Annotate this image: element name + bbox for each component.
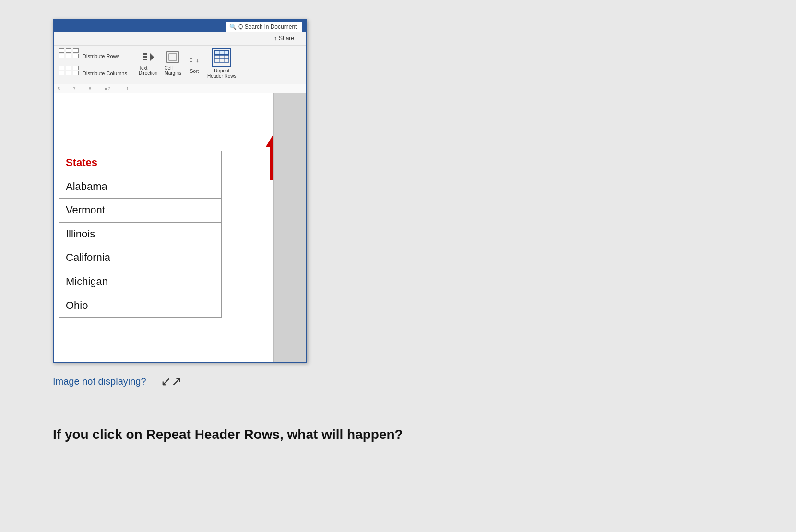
table-header-cell: States [59,151,222,175]
ribbon-middle: TextDirection CellMargins ↕ ↓ [139,48,237,79]
table-cell-ohio: Ohio [59,294,222,318]
svg-rect-0 [143,53,147,55]
question-text: If you click on Repeat Header Rows, what… [53,427,485,442]
share-button[interactable]: ↑ Share [269,34,299,43]
sort-icon: ↕ ↓ [188,54,201,68]
table-row: California [59,246,222,270]
image-not-displaying-text[interactable]: Image not displaying? [53,376,146,387]
word-document-panel: 🔍 Q Search in Document ↑ Share Distribut… [53,19,307,363]
side-gray-area [273,93,306,362]
states-table: States Alabama Vermont Illinois Californ… [59,151,222,318]
repeat-header-rows-tool[interactable]: RepeatHeader Rows [207,48,237,79]
svg-rect-10 [214,59,229,62]
table-row: Ohio [59,294,222,318]
blank-area [59,98,301,146]
sort-label: Sort [190,69,199,74]
question-label: If you click on Repeat Header Rows, what… [53,427,403,442]
svg-rect-8 [214,51,229,55]
sort-tool[interactable]: ↕ ↓ Sort [188,54,201,74]
search-label: Q Search in Document [238,24,297,30]
svg-text:↕: ↕ [189,55,193,64]
table-cell-alabama: Alabama [59,175,222,199]
cell-margins-label: CellMargins [164,65,181,76]
table-cell-michigan: Michigan [59,270,222,294]
table-row: Alabama [59,175,222,199]
ribbon: Distribute Rows Distribute Columns [54,46,306,84]
share-icon: ↑ [274,35,277,42]
svg-rect-2 [143,59,147,60]
distribute-columns-label: Distribute Columns [83,71,127,76]
table-header-row: States [59,151,222,175]
repeat-header-rows-label: RepeatHeader Rows [207,68,237,79]
bottom-content: Image not displaying? ↙↗ [53,374,341,389]
ruler-text: 5 . . . . . 7 . . . . . 8 . . . . . ■ 2 … [54,84,306,93]
table-row: Michigan [59,270,222,294]
search-bar[interactable]: 🔍 Q Search in Document [226,22,302,32]
distribute-columns-item[interactable]: Distribute Columns [59,66,127,81]
ribbon-left: Distribute Rows Distribute Columns [59,48,127,81]
svg-text:↓: ↓ [196,56,199,64]
share-row: ↑ Share [54,32,306,46]
text-direction-tool[interactable]: TextDirection [139,51,157,76]
table-cell-california: California [59,246,222,270]
svg-rect-5 [169,54,177,60]
svg-marker-3 [150,53,154,61]
svg-rect-1 [143,56,147,58]
text-direction-icon [142,51,155,64]
table-row: Illinois [59,222,222,246]
distribute-rows-label: Distribute Rows [83,53,119,59]
cell-margins-tool[interactable]: CellMargins [164,51,181,76]
svg-rect-9 [214,55,229,59]
share-label: Share [279,35,294,42]
distribute-rows-item[interactable]: Distribute Rows [59,48,127,64]
text-direction-label: TextDirection [139,65,157,76]
table-cell-vermont: Vermont [59,199,222,223]
repeat-header-rows-icon [212,48,231,67]
search-icon: 🔍 [229,24,237,30]
doc-content: States Alabama Vermont Illinois Californ… [54,93,306,362]
distribute-columns-icon [59,66,80,81]
table-cell-illinois: Illinois [59,222,222,246]
distribute-rows-icon [59,48,80,64]
image-not-displaying-row: Image not displaying? ↙↗ [53,374,341,389]
cell-margins-icon [166,51,179,64]
ruler: 5 . . . . . 7 . . . . . 8 . . . . . ■ 2 … [54,84,306,93]
resize-icon: ↙↗ [161,374,182,389]
title-bar: 🔍 Q Search in Document [54,20,306,32]
table-row: Vermont [59,199,222,223]
